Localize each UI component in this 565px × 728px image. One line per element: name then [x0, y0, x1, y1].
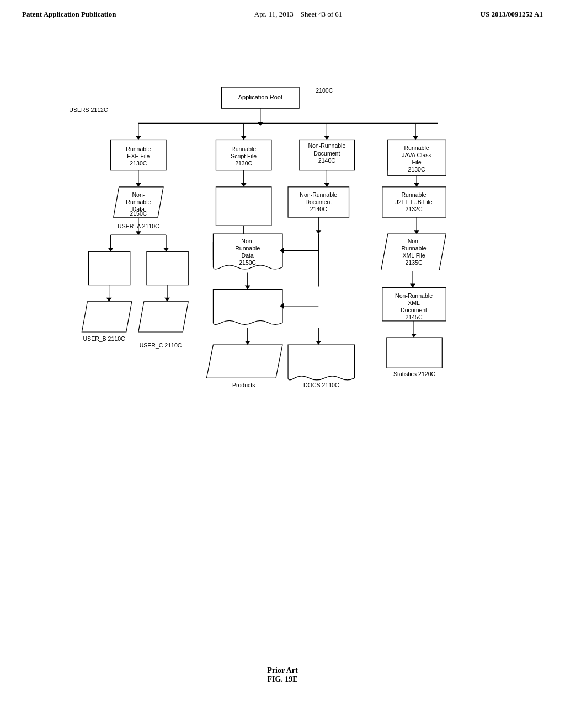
svg-marker-39	[108, 248, 114, 251]
svg-text:EXE File: EXE File	[127, 153, 150, 159]
svg-marker-8	[324, 136, 329, 140]
docs-label: DOCS 2110C	[303, 382, 339, 388]
svg-text:2140C: 2140C	[310, 206, 327, 212]
diagram-area: text { font-family: Arial, sans-serif; f…	[33, 50, 532, 618]
svg-text:2130C: 2130C	[408, 166, 425, 173]
svg-text:XML: XML	[408, 299, 420, 306]
svg-text:Data: Data	[242, 252, 254, 259]
svg-text:2150C: 2150C	[239, 259, 256, 266]
products-label: Products	[232, 382, 255, 388]
svg-marker-43	[106, 298, 112, 302]
app-root-label: Application Root	[238, 94, 282, 100]
svg-text:Runnable: Runnable	[231, 146, 256, 152]
svg-text:Non-: Non-	[132, 191, 145, 198]
mid-box1	[216, 187, 271, 226]
svg-marker-63	[414, 183, 419, 187]
svg-marker-65	[414, 230, 419, 234]
svg-text:Non-: Non-	[408, 238, 420, 244]
svg-marker-36	[136, 231, 141, 235]
svg-marker-56	[324, 183, 329, 187]
svg-text:2150C: 2150C	[130, 210, 147, 217]
svg-text:Non-Runnable: Non-Runnable	[308, 143, 345, 149]
svg-marker-83	[245, 286, 250, 290]
docs-torn	[288, 345, 355, 380]
users-label: USERS 2112C	[69, 106, 108, 113]
products-para	[206, 345, 282, 378]
svg-text:Runnable: Runnable	[404, 144, 429, 151]
svg-marker-47	[241, 183, 247, 187]
svg-text:Document: Document	[305, 199, 332, 205]
svg-marker-58	[316, 230, 321, 234]
svg-marker-93	[316, 341, 321, 345]
user-c-label: USER_C 2110C	[140, 342, 182, 349]
torn-center2	[213, 290, 282, 325]
svg-marker-1	[258, 122, 263, 126]
svg-marker-85	[245, 341, 250, 345]
svg-text:Runnable: Runnable	[402, 245, 427, 251]
user-c-para	[138, 302, 188, 332]
caption-line2: FIG. 19E	[0, 675, 565, 684]
caption: Prior Art FIG. 19E	[0, 666, 565, 684]
svg-marker-10	[413, 136, 418, 140]
user-right-box	[147, 251, 188, 285]
svg-text:XML File: XML File	[402, 252, 425, 259]
svg-text:Runnable: Runnable	[126, 146, 151, 152]
statistics-label: Statistics 2120C	[393, 371, 435, 377]
svg-text:File: File	[412, 159, 422, 165]
header-left: Patent Application Publication	[22, 10, 116, 19]
svg-text:Document: Document	[401, 307, 427, 313]
svg-text:JAVA Class: JAVA Class	[402, 152, 431, 158]
svg-marker-41	[163, 248, 169, 251]
svg-text:Runnable: Runnable	[235, 245, 260, 251]
user-left-box	[88, 251, 130, 285]
svg-text:2132C: 2132C	[406, 206, 423, 212]
caption-line1: Prior Art	[0, 666, 565, 675]
svg-text:2145C: 2145C	[406, 314, 423, 320]
svg-text:Script File: Script File	[231, 153, 257, 159]
svg-text:2130C: 2130C	[235, 160, 252, 167]
id-2100c: 2100C	[316, 87, 333, 94]
svg-marker-30	[136, 183, 141, 187]
svg-marker-4	[136, 136, 141, 140]
header-center: Apr. 11, 2013 Sheet 43 of 61	[254, 10, 343, 19]
page-header: Patent Application Publication Apr. 11, …	[0, 0, 565, 19]
svg-text:Document: Document	[313, 150, 340, 157]
svg-marker-71	[410, 284, 415, 288]
svg-text:Non-Runnable: Non-Runnable	[395, 292, 433, 299]
statistics-box	[387, 338, 442, 368]
svg-text:Non-: Non-	[241, 238, 254, 244]
user-b-label: USER_B 2110C	[83, 335, 125, 342]
svg-text:J2EE EJB File: J2EE EJB File	[395, 199, 432, 205]
svg-text:2130C: 2130C	[130, 160, 147, 167]
svg-marker-77	[411, 334, 417, 338]
header-right: US 2013/0091252 A1	[481, 10, 543, 19]
svg-marker-6	[241, 136, 247, 140]
user-b-para	[82, 302, 131, 332]
svg-text:2140C: 2140C	[318, 157, 335, 164]
svg-text:Runnable: Runnable	[402, 191, 427, 198]
diagram-svg: text { font-family: Arial, sans-serif; f…	[33, 50, 532, 618]
svg-marker-45	[164, 298, 170, 302]
svg-text:Runnable: Runnable	[126, 199, 151, 205]
svg-text:Non-Runnable: Non-Runnable	[300, 191, 337, 198]
svg-text:2135C: 2135C	[406, 259, 423, 266]
